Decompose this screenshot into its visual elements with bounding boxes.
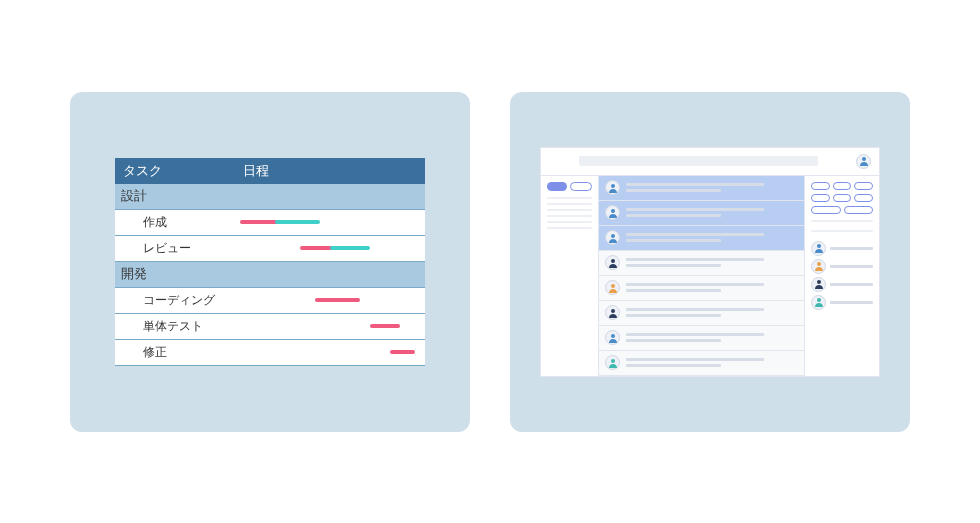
user-avatar-icon xyxy=(605,205,620,220)
nav-pill[interactable] xyxy=(570,182,592,191)
filter-chip[interactable] xyxy=(854,182,873,190)
side-user[interactable] xyxy=(811,259,873,274)
list-item[interactable] xyxy=(599,351,804,376)
filter-chip[interactable] xyxy=(811,206,841,214)
gantt-task-row: 作成 xyxy=(115,210,425,236)
item-text xyxy=(626,233,798,242)
svg-point-5 xyxy=(611,284,615,288)
header-task: タスク xyxy=(115,158,235,184)
svg-point-7 xyxy=(611,334,615,338)
user-avatar-icon xyxy=(811,277,826,292)
panel-text xyxy=(811,230,873,232)
user-avatar-icon xyxy=(811,295,826,310)
user-avatar-icon xyxy=(605,305,620,320)
user-avatar-icon xyxy=(605,230,620,245)
gantt-bar xyxy=(275,220,320,224)
list-item[interactable] xyxy=(599,226,804,251)
gantt-task-row: レビュー xyxy=(115,236,425,262)
gantt-task-row: コーディング xyxy=(115,288,425,314)
filter-chip[interactable] xyxy=(844,206,874,214)
svg-point-0 xyxy=(862,157,866,161)
user-avatar-icon xyxy=(811,259,826,274)
task-name: コーディング xyxy=(115,288,235,313)
left-nav xyxy=(541,176,599,376)
task-name: 単体テスト xyxy=(115,314,235,339)
filter-chip[interactable] xyxy=(811,182,830,190)
filter-chip[interactable] xyxy=(811,194,830,202)
app-window xyxy=(540,147,880,377)
gantt-bar xyxy=(370,324,400,328)
svg-point-3 xyxy=(611,234,615,238)
svg-point-11 xyxy=(817,280,821,284)
bar-area xyxy=(235,215,425,229)
item-text xyxy=(626,208,798,217)
nav-item[interactable] xyxy=(547,221,592,223)
user-avatar-icon xyxy=(605,355,620,370)
right-panel xyxy=(804,176,879,376)
gantt-header: タスク 日程 xyxy=(115,158,425,184)
filter-chip[interactable] xyxy=(833,182,852,190)
gantt-bar xyxy=(390,350,415,354)
gantt-task-row: 修正 xyxy=(115,340,425,366)
user-avatar-icon xyxy=(605,280,620,295)
bar-area xyxy=(235,345,425,359)
svg-point-9 xyxy=(817,244,821,248)
list-item[interactable] xyxy=(599,176,804,201)
item-text xyxy=(626,333,798,342)
item-text xyxy=(626,308,798,317)
app-card xyxy=(510,92,910,432)
gantt-group-row: 開発 xyxy=(115,262,425,288)
gantt-table: タスク 日程 設計作成レビュー開発コーディング単体テスト修正 xyxy=(115,158,425,366)
app-body xyxy=(541,175,879,376)
gantt-task-row: 単体テスト xyxy=(115,314,425,340)
item-text xyxy=(626,183,798,192)
bar-area xyxy=(235,241,425,255)
nav-item[interactable] xyxy=(547,215,592,217)
user-avatar-icon xyxy=(605,330,620,345)
svg-point-2 xyxy=(611,209,615,213)
item-text xyxy=(626,258,798,267)
side-user[interactable] xyxy=(811,277,873,292)
app-topbar xyxy=(541,148,879,175)
user-avatar-icon xyxy=(605,255,620,270)
search-input[interactable] xyxy=(579,156,818,166)
current-user-avatar[interactable] xyxy=(856,154,871,169)
side-user-name xyxy=(830,265,873,268)
panel-divider xyxy=(811,220,873,222)
header-schedule: 日程 xyxy=(235,158,425,184)
svg-point-6 xyxy=(611,309,615,313)
gantt-bar xyxy=(315,298,360,302)
gantt-card: タスク 日程 設計作成レビュー開発コーディング単体テスト修正 xyxy=(70,92,470,432)
bar-area xyxy=(235,319,425,333)
nav-item[interactable] xyxy=(547,209,592,211)
gantt-group-row: 設計 xyxy=(115,184,425,210)
filter-chip[interactable] xyxy=(833,194,852,202)
list-item[interactable] xyxy=(599,251,804,276)
svg-point-12 xyxy=(817,298,821,302)
filter-chip[interactable] xyxy=(854,194,873,202)
side-user-name xyxy=(830,283,873,286)
list-item[interactable] xyxy=(599,276,804,301)
svg-point-10 xyxy=(817,262,821,266)
nav-item[interactable] xyxy=(547,197,592,199)
side-user[interactable] xyxy=(811,295,873,310)
item-list xyxy=(599,176,804,376)
bar-area xyxy=(235,293,425,307)
side-user-name xyxy=(830,301,873,304)
nav-item[interactable] xyxy=(547,203,592,205)
nav-filter-row xyxy=(547,182,592,191)
side-user-list xyxy=(811,238,873,310)
list-item[interactable] xyxy=(599,326,804,351)
task-name: レビュー xyxy=(115,236,235,261)
nav-item[interactable] xyxy=(547,227,592,229)
side-user[interactable] xyxy=(811,241,873,256)
side-user-name xyxy=(830,247,873,250)
svg-point-8 xyxy=(611,359,615,363)
list-item[interactable] xyxy=(599,201,804,226)
list-item[interactable] xyxy=(599,301,804,326)
svg-point-4 xyxy=(611,259,615,263)
user-avatar-icon xyxy=(811,241,826,256)
gantt-body: 設計作成レビュー開発コーディング単体テスト修正 xyxy=(115,184,425,366)
item-text xyxy=(626,358,798,367)
nav-pill-active[interactable] xyxy=(547,182,567,191)
